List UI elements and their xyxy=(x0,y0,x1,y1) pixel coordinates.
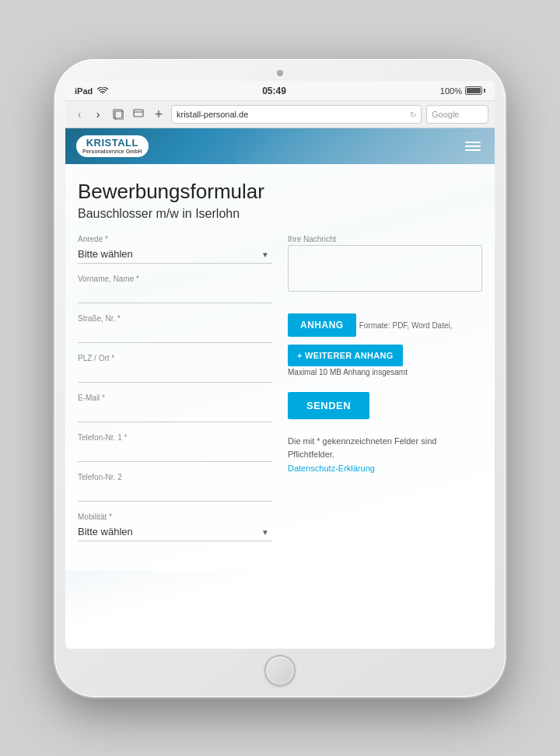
battery-icon xyxy=(465,86,485,95)
telefon2-label: Telefon-Nr. 2 xyxy=(78,473,272,481)
nav-buttons: ‹ › xyxy=(72,107,106,122)
nachricht-label: Ihre Nachricht xyxy=(288,235,482,243)
logo: KRISTALL Personalservice GmbH xyxy=(76,135,149,157)
wifi-icon xyxy=(97,87,108,95)
refresh-icon[interactable]: ↻ xyxy=(410,110,416,119)
required-note: Die mit * gekennzeichneten Felder sind P… xyxy=(288,435,482,460)
plz-group: PLZ / Ort * xyxy=(78,354,272,383)
url-text: kristall-personal.de xyxy=(177,110,248,119)
search-bar[interactable]: Google xyxy=(426,105,488,124)
mobilitaet-label: Mobilität * xyxy=(78,513,272,521)
ipad-device: iPad 05:49 100% ‹ xyxy=(54,59,506,697)
telefon1-label: Telefon-Nr. 1 * xyxy=(78,433,272,442)
form-right-column: Ihre Nachricht ANHANG Formate: PDF, Word… xyxy=(288,235,482,552)
anrede-label: Anrede * xyxy=(78,235,272,243)
strasse-label: Straße, Nr. * xyxy=(78,314,272,323)
forward-button[interactable]: › xyxy=(90,107,106,122)
nachricht-textarea[interactable] xyxy=(288,245,482,292)
telefon2-group: Telefon-Nr. 2 xyxy=(78,473,272,502)
telefon2-input[interactable] xyxy=(78,483,272,502)
battery-pct: 100% xyxy=(440,86,462,96)
plz-label: PLZ / Ort * xyxy=(78,354,272,362)
mobilitaet-group: Mobilität * Bitte wählen Ja Nein ▼ xyxy=(78,513,272,541)
tab-icon[interactable] xyxy=(110,107,126,122)
browser-toolbar: ‹ › + kristall-personal.de ↻ Google xyxy=(65,101,495,128)
telefon1-input[interactable] xyxy=(78,443,272,462)
content-area: Bewerbungsformular Bauschlosser m/w in I… xyxy=(65,164,495,631)
vorname-input[interactable] xyxy=(78,285,272,303)
required-note-group: Die mit * gekennzeichneten Felder sind P… xyxy=(288,435,482,474)
plz-input[interactable] xyxy=(78,364,272,383)
bookmark-icon[interactable] xyxy=(131,107,146,122)
telefon1-group: Telefon-Nr. 1 * xyxy=(78,433,272,462)
browser-icons: + xyxy=(110,107,166,122)
anhang-hint: Formate: PDF, Word Datei, xyxy=(359,321,453,330)
anhang-row: ANHANG Formate: PDF, Word Datei, xyxy=(288,313,482,337)
email-input[interactable] xyxy=(78,404,272,422)
status-bar: iPad 05:49 100% xyxy=(65,81,495,101)
menu-line-3 xyxy=(465,149,481,151)
anrede-select-wrapper: Bitte wählen Herr Frau ▼ xyxy=(78,245,272,264)
logo-brand: KRISTALL xyxy=(82,138,142,149)
email-label: E-Mail * xyxy=(78,394,272,402)
nachricht-group: Ihre Nachricht xyxy=(288,235,482,295)
mobilitaet-select[interactable]: Bitte wählen Ja Nein xyxy=(78,523,272,541)
form-grid: Anrede * Bitte wählen Herr Frau ▼ xyxy=(78,235,482,552)
svg-rect-2 xyxy=(134,110,143,117)
menu-line-2 xyxy=(465,145,481,147)
anrede-group: Anrede * Bitte wählen Herr Frau ▼ xyxy=(78,235,272,264)
email-group: E-Mail * xyxy=(78,394,272,422)
status-time: 05:49 xyxy=(262,86,286,96)
strasse-input[interactable] xyxy=(78,324,272,343)
logo-sub: Personalservice GmbH xyxy=(82,149,142,155)
status-right: 100% xyxy=(440,86,485,96)
strasse-group: Straße, Nr. * xyxy=(78,314,272,343)
vorname-label: Vorname, Name * xyxy=(78,275,272,283)
form-title: Bewerbungsformular xyxy=(78,180,482,204)
page-content: KRISTALL Personalservice GmbH Bewerbungs… xyxy=(65,128,495,631)
search-placeholder: Google xyxy=(432,110,459,119)
ipad-screen: iPad 05:49 100% ‹ xyxy=(65,81,495,649)
url-bar[interactable]: kristall-personal.de ↻ xyxy=(171,105,422,124)
vorname-group: Vorname, Name * xyxy=(78,275,272,303)
application-form: Bewerbungsformular Bauschlosser m/w in I… xyxy=(65,164,495,571)
anrede-select[interactable]: Bitte wählen Herr Frau xyxy=(78,245,272,264)
weiterer-anhang-group: + WEITERER ANHANG Maximal 10 MB Anhang i… xyxy=(288,345,482,376)
ipad-camera-dot xyxy=(277,70,283,76)
add-icon[interactable]: + xyxy=(151,107,166,122)
max-hint: Maximal 10 MB Anhang insgesamt xyxy=(288,368,482,376)
senden-group: SENDEN xyxy=(288,392,482,419)
mobilitaet-select-wrapper: Bitte wählen Ja Nein ▼ xyxy=(78,523,272,541)
form-left-column: Anrede * Bitte wählen Herr Frau ▼ xyxy=(78,235,272,552)
back-button[interactable]: ‹ xyxy=(72,107,87,122)
anhang-button[interactable]: ANHANG xyxy=(288,313,356,337)
form-subtitle: Bauschlosser m/w in Iserlohn xyxy=(78,207,482,221)
home-button[interactable] xyxy=(264,655,296,686)
site-header: KRISTALL Personalservice GmbH xyxy=(65,128,495,164)
hamburger-menu-button[interactable] xyxy=(462,138,484,154)
datenschutz-link[interactable]: Datenschutz-Erklärung xyxy=(288,464,375,473)
senden-button[interactable]: SENDEN xyxy=(288,392,369,419)
weiterer-anhang-button[interactable]: + WEITERER ANHANG xyxy=(288,345,403,366)
status-left: iPad xyxy=(75,86,108,96)
device-label: iPad xyxy=(75,86,93,96)
menu-line-1 xyxy=(465,142,481,143)
